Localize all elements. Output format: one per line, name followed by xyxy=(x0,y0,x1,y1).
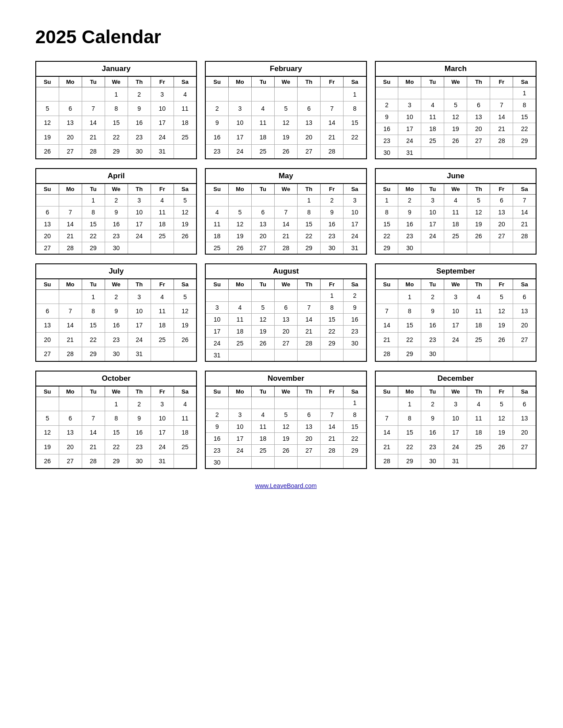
day-cell: 1 xyxy=(82,290,105,304)
day-cell: 6 xyxy=(274,302,297,314)
day-cell: 26 xyxy=(174,333,196,347)
day-cell xyxy=(228,290,251,302)
month-name-june: June xyxy=(375,169,536,184)
day-cell: 3 xyxy=(151,397,174,411)
day-header-th: Th xyxy=(467,76,490,87)
day-header-we: We xyxy=(274,279,297,290)
day-cell: 16 xyxy=(375,123,398,135)
day-cell: 1 xyxy=(398,397,421,411)
day-cell: 6 xyxy=(467,99,490,111)
day-cell: 15 xyxy=(398,318,421,332)
month-table-may: MaySuMoTuWeThFrSa12345678910111213141516… xyxy=(205,168,367,255)
day-cell: 7 xyxy=(321,409,344,421)
day-cell: 7 xyxy=(298,302,321,314)
day-cell: 22 xyxy=(321,326,344,338)
table-row: 78910111213 xyxy=(375,304,536,318)
day-cell: 23 xyxy=(128,440,151,454)
table-row: 23242526272829 xyxy=(375,135,536,147)
day-cell: 24 xyxy=(344,230,367,242)
day-cell: 6 xyxy=(36,206,59,218)
day-cell: 21 xyxy=(321,433,344,445)
day-cell xyxy=(251,87,274,101)
day-cell: 17 xyxy=(421,218,444,230)
day-cell: 12 xyxy=(36,116,59,130)
month-name-may: May xyxy=(205,169,366,184)
day-cell xyxy=(298,397,321,409)
day-header-su: Su xyxy=(375,386,398,397)
day-cell: 26 xyxy=(274,144,297,159)
day-cell: 1 xyxy=(105,397,128,411)
day-cell: 14 xyxy=(375,425,398,439)
day-cell: 9 xyxy=(105,304,128,318)
day-cell xyxy=(513,147,536,159)
day-header-we: We xyxy=(105,279,128,290)
day-cell: 16 xyxy=(205,433,228,445)
day-cell: 6 xyxy=(490,195,513,206)
day-cell: 22 xyxy=(398,440,421,454)
day-header-mo: Mo xyxy=(398,279,421,290)
day-cell: 17 xyxy=(205,326,228,338)
day-cell: 12 xyxy=(228,218,251,230)
table-row: 21222324252627 xyxy=(375,440,536,454)
day-cell: 7 xyxy=(513,195,536,206)
month-name-october: October xyxy=(36,371,196,386)
day-cell: 21 xyxy=(274,230,297,242)
footer-link[interactable]: www.LeaveBoard.com xyxy=(35,482,537,489)
day-cell xyxy=(205,195,228,206)
day-cell: 8 xyxy=(375,206,398,218)
day-cell: 8 xyxy=(298,206,321,218)
day-cell xyxy=(151,242,174,255)
day-cell: 31 xyxy=(151,454,174,469)
day-cell: 19 xyxy=(174,318,196,332)
day-cell: 5 xyxy=(251,302,274,314)
day-cell xyxy=(344,457,367,469)
day-header-su: Su xyxy=(375,76,398,87)
day-cell xyxy=(467,454,490,469)
day-cell: 17 xyxy=(444,318,467,332)
day-cell xyxy=(398,87,421,99)
day-cell: 2 xyxy=(128,87,151,101)
day-cell: 9 xyxy=(421,411,444,425)
day-cell xyxy=(298,349,321,362)
day-cell: 24 xyxy=(151,440,174,454)
day-header-mo: Mo xyxy=(59,386,82,397)
table-row: 3031 xyxy=(375,147,536,159)
day-cell: 28 xyxy=(321,445,344,457)
day-header-th: Th xyxy=(128,184,151,195)
day-cell: 6 xyxy=(513,397,536,411)
day-cell: 21 xyxy=(82,130,105,144)
day-cell xyxy=(513,347,536,361)
day-cell: 19 xyxy=(490,318,513,332)
day-cell: 31 xyxy=(344,242,367,255)
day-header-su: Su xyxy=(205,386,228,397)
day-cell: 30 xyxy=(398,242,421,255)
day-header-we: We xyxy=(444,184,467,195)
day-cell: 23 xyxy=(321,230,344,242)
day-header-tu: Tu xyxy=(82,76,105,87)
month-name-july: July xyxy=(36,264,196,279)
day-cell: 28 xyxy=(82,454,105,469)
day-cell: 18 xyxy=(251,130,274,144)
day-cell: 12 xyxy=(174,304,196,318)
day-cell: 8 xyxy=(82,304,105,318)
day-cell: 29 xyxy=(398,454,421,469)
day-cell: 29 xyxy=(82,242,105,255)
day-cell xyxy=(36,195,59,206)
day-cell: 19 xyxy=(174,218,196,230)
day-cell: 18 xyxy=(228,326,251,338)
day-cell: 29 xyxy=(105,144,128,159)
month-name-january: January xyxy=(36,61,196,76)
day-cell xyxy=(205,87,228,101)
table-row: 3456789 xyxy=(205,302,366,314)
day-cell: 4 xyxy=(251,101,274,116)
day-cell: 10 xyxy=(128,206,151,218)
day-cell: 22 xyxy=(513,123,536,135)
table-row: 17181920212223 xyxy=(205,326,366,338)
day-header-sa: Sa xyxy=(174,184,196,195)
day-cell xyxy=(321,87,344,101)
day-cell: 7 xyxy=(274,206,297,218)
day-cell: 11 xyxy=(251,421,274,433)
day-cell: 24 xyxy=(228,144,251,159)
day-cell: 5 xyxy=(174,195,196,206)
day-cell: 25 xyxy=(228,338,251,349)
